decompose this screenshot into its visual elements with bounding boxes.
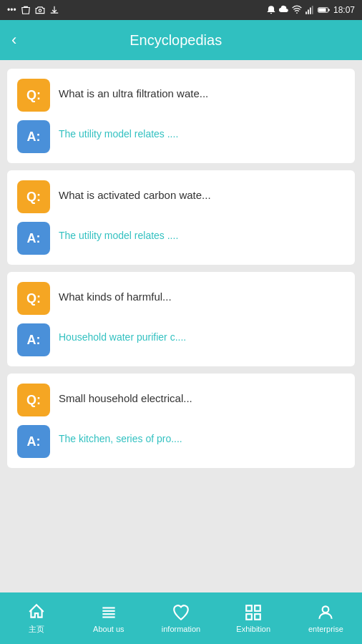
camera-icon [35,5,45,15]
answer-text-1: The utility model relates .... [59,120,345,142]
cloud-icon [279,5,289,15]
answer-text-3: Household water purifier c.... [59,323,345,345]
trash-icon [21,5,31,15]
a-badge-3: A: [17,323,50,356]
a-badge-1: A: [17,120,50,153]
svg-rect-13 [246,605,252,611]
card-4[interactable]: Q: Small household electrical... A: The … [7,374,355,468]
card-2[interactable]: Q: What is activated carbon wate... A: T… [7,170,355,265]
time-display: 18:07 [333,5,355,15]
q-badge-2: Q: [17,180,50,213]
nav-enterprise-label: enterprise [308,625,343,633]
signal-icon [305,5,315,15]
card-1[interactable]: Q: What is an ultra filtration wate... A… [7,69,355,163]
answer-row-2: A: The utility model relates .... [17,222,345,255]
svg-rect-16 [255,614,260,620]
svg-rect-3 [308,9,309,14]
nav-information[interactable]: information [145,603,217,633]
card-3[interactable]: Q: What kinds of harmful... A: Household… [7,272,355,366]
answer-row-1: A: The utility model relates .... [17,120,345,153]
nav-exhibition[interactable]: Exhibition [217,603,290,633]
nav-information-label: information [162,625,200,633]
nav-about[interactable]: About us [72,603,145,633]
status-bar-right: 18:07 [266,5,355,15]
svg-rect-14 [255,605,260,611]
back-button[interactable]: ‹ [11,31,16,49]
svg-rect-2 [305,11,307,14]
question-row-2: Q: What is activated carbon wate... [17,180,345,213]
home-icon [27,602,46,621]
nav-home[interactable]: 主页 [0,602,72,635]
status-bar-left: ••• [7,5,59,15]
q-badge-4: Q: [17,384,50,416]
svg-rect-8 [318,8,326,11]
svg-rect-7 [328,9,330,11]
person-icon [316,603,335,622]
answer-text-4: The kitchen, series of pro.... [59,425,345,447]
svg-rect-5 [312,6,313,14]
status-bar: ••• 18:07 [0,0,362,20]
a-badge-2: A: [17,222,50,255]
nav-home-label: 主页 [29,624,44,635]
question-text-1: What is an ultra filtration wate... [59,79,345,101]
answer-text-2: The utility model relates .... [59,222,345,243]
bottom-nav: 主页 About us information Exhibition [0,592,362,644]
nav-enterprise[interactable]: enterprise [290,603,362,633]
question-text-4: Small household electrical... [59,384,345,406]
a-badge-4: A: [17,425,50,458]
svg-rect-15 [246,614,252,620]
grid-icon [244,603,263,622]
battery-icon [318,5,331,15]
header: ‹ Encyclopedias [0,20,362,60]
page-title: Encyclopedias [25,32,326,49]
answer-row-3: A: Household water purifier c.... [17,323,345,356]
content-area: Q: What is an ultra filtration wate... A… [0,60,362,592]
question-row-1: Q: What is an ultra filtration wate... [17,79,345,112]
notification-icon [266,5,276,15]
heart-icon [172,603,190,622]
question-text-2: What is activated carbon wate... [59,180,345,203]
download-icon [49,5,59,15]
status-dots: ••• [7,5,16,15]
nav-exhibition-label: Exhibition [236,625,270,633]
svg-point-0 [39,9,41,11]
svg-point-17 [323,606,329,613]
question-text-3: What kinds of harmful... [59,282,345,304]
question-row-4: Q: Small household electrical... [17,384,345,416]
wifi-icon [292,5,302,15]
q-badge-3: Q: [17,282,50,315]
svg-point-1 [296,12,298,14]
nav-about-label: About us [93,625,124,633]
question-row-3: Q: What kinds of harmful... [17,282,345,315]
answer-row-4: A: The kitchen, series of pro.... [17,425,345,458]
list-icon [99,603,118,622]
q-badge-1: Q: [17,79,50,112]
svg-rect-4 [310,8,311,14]
